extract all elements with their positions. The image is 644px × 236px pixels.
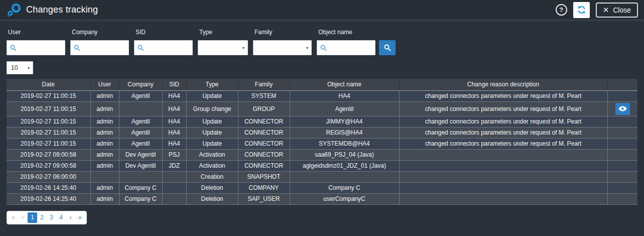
table-cell [399, 160, 607, 171]
table-cell: admin [90, 182, 119, 193]
table-cell: HA4 [162, 101, 186, 116]
table-cell: changed connectors parameters under requ… [399, 90, 607, 101]
table-cell: Agentil [119, 127, 162, 138]
page-size-select[interactable]: 10 [7, 61, 33, 74]
table-cell: admin [90, 138, 119, 149]
family-filter-select[interactable] [253, 40, 312, 55]
table-cell: 2019-02-27 11:00:15 [7, 138, 90, 149]
row-actions-cell [607, 149, 637, 160]
table-cell: Company C [290, 182, 399, 193]
pagination-item[interactable]: » [75, 212, 85, 223]
table-cell: 2019-02-26 14:25:40 [7, 193, 90, 204]
filter-label-type: Type [198, 29, 248, 36]
sid-filter-input[interactable] [134, 40, 193, 55]
filter-group-user: User [7, 29, 65, 55]
pagination-item[interactable]: 1 [28, 212, 37, 223]
table-cell: admin [90, 90, 119, 101]
row-actions-cell [607, 182, 637, 193]
table-cell [399, 171, 607, 182]
table-body: 2019-02-27 11:00:15adminAgentilHA4Update… [7, 90, 637, 204]
table-cell [162, 182, 186, 193]
column-header: Family [238, 79, 290, 90]
table-cell: 2019-02-27 06:00:00 [7, 171, 90, 182]
top-bar: Changes tracking ? ✕ Close [0, 0, 644, 21]
table-cell: 2019-02-27 11:00:15 [7, 90, 90, 101]
type-filter-select[interactable] [198, 40, 248, 55]
table-cell: Agentil [119, 138, 162, 149]
table-cell: changed connectors parameters under requ… [399, 127, 607, 138]
company-filter-input[interactable] [70, 40, 129, 55]
pagination-item[interactable]: 3 [47, 212, 56, 223]
row-actions-cell [607, 127, 637, 138]
table-cell: Agentil [119, 90, 162, 101]
table-cell: changed connectors parameters under requ… [399, 138, 607, 149]
table-cell: SNAPSHOT [238, 171, 290, 182]
table-cell: CONNECTOR [238, 138, 290, 149]
close-icon: ✕ [603, 6, 609, 15]
column-header: User [90, 79, 119, 90]
table-cell: Activation [186, 149, 238, 160]
table-row: 2019-02-27 11:00:15adminAgentilHA4Update… [7, 116, 637, 127]
column-header: Object name [290, 79, 399, 90]
help-button[interactable]: ? [556, 4, 567, 16]
table-row: 2019-02-27 11:00:15adminAgentilHA4Update… [7, 127, 637, 138]
table-row: 2019-02-26 14:25:40adminCompany CDeletio… [7, 182, 637, 193]
table-cell: HA4 [162, 138, 186, 149]
pagination-item[interactable]: 4 [56, 212, 66, 223]
pagination-item: ‹ [18, 212, 28, 223]
table-cell: admin [90, 193, 119, 204]
user-filter-input[interactable] [7, 40, 65, 55]
table-cell: 2019-02-27 09:00:58 [7, 160, 90, 171]
table-cell: SYSTEMDB@HA4 [290, 138, 399, 149]
view-details-button[interactable] [615, 103, 630, 115]
table-cell: admin [90, 101, 119, 116]
table-cell: changed connectors parameters under requ… [399, 116, 607, 127]
filter-label-company: Company [70, 29, 129, 36]
table-cell: 2019-02-27 11:00:15 [7, 101, 90, 116]
table-cell [399, 149, 607, 160]
filter-label-family: Family [253, 29, 312, 36]
table-cell: Update [186, 138, 238, 149]
table-cell: Agentil [119, 116, 162, 127]
table-cell: Update [186, 116, 238, 127]
row-actions-cell [607, 171, 637, 182]
table-header-row: DateUserCompanySIDTypeFamilyObject nameC… [7, 79, 637, 90]
table-cell [119, 101, 162, 116]
table-cell [90, 171, 119, 182]
table-cell: Agentil [290, 101, 399, 116]
table-cell: Company C [119, 182, 162, 193]
table-row: 2019-02-26 14:25:40adminCompany CDeletio… [7, 193, 637, 204]
table-cell: saa69_PSJ_04 (Java) [290, 149, 399, 160]
table-cell: REGIS@HA4 [290, 127, 399, 138]
table-cell: JIMMY@HA4 [290, 116, 399, 127]
table-row: 2019-02-27 11:00:15adminAgentilHA4Update… [7, 90, 637, 101]
search-button[interactable] [379, 40, 396, 55]
table-cell: SYSTEM [238, 90, 290, 101]
row-actions-cell [607, 90, 637, 101]
filter-label-object-name: Object name [317, 29, 375, 36]
pagination-item[interactable]: 2 [37, 212, 47, 223]
pagination-item[interactable]: › [66, 212, 75, 223]
table-cell: CONNECTOR [238, 116, 290, 127]
pagination: «‹1234›» [7, 211, 87, 224]
filter-group-company: Company [70, 29, 129, 55]
row-actions-cell [607, 193, 637, 204]
table-row: 2019-02-27 11:00:15adminHA4Group changeG… [7, 101, 637, 116]
object-name-filter-input[interactable] [317, 40, 375, 55]
table-cell [399, 193, 607, 204]
column-header: Change reason description [399, 79, 607, 90]
column-header: Company [119, 79, 162, 90]
table-cell: Update [186, 127, 238, 138]
search-icon [384, 44, 391, 51]
close-button-label: Close [613, 6, 631, 14]
column-header: Date [7, 79, 90, 90]
table-cell: changed connectors parameters under requ… [399, 101, 607, 116]
filter-label-user: User [7, 29, 65, 36]
refresh-button[interactable] [573, 2, 590, 18]
refresh-icon [577, 5, 586, 15]
table-cell: aglgeidsdmz01_JDZ_01 (Java) [290, 160, 399, 171]
table-row: 2019-02-27 06:00:00CreationSNAPSHOT [7, 171, 637, 182]
close-button[interactable]: ✕ Close [596, 3, 638, 18]
page-size-row: 10 ▾ [0, 55, 644, 74]
page-title: Changes tracking [26, 5, 98, 15]
